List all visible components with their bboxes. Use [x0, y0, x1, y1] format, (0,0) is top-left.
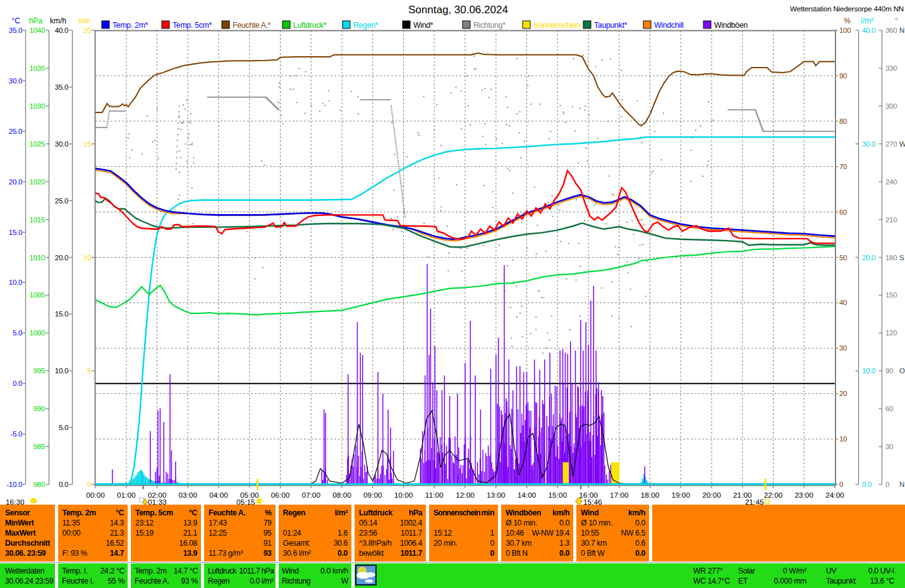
svg-text:Richtung*: Richtung* — [473, 21, 506, 30]
svg-text:90: 90 — [885, 367, 893, 375]
svg-text:10.0: 10.0 — [9, 279, 22, 286]
svg-text:20.0: 20.0 — [862, 254, 875, 261]
svg-text:12:00: 12:00 — [456, 491, 475, 500]
svg-text:30.0: 30.0 — [55, 140, 68, 148]
svg-text:23:00: 23:00 — [794, 491, 813, 500]
svg-text:1000: 1000 — [30, 329, 45, 337]
svg-text:24:00: 24:00 — [825, 491, 844, 500]
svg-text:20:00: 20:00 — [702, 491, 721, 500]
svg-text:1035: 1035 — [30, 64, 45, 72]
svg-text:70: 70 — [839, 163, 847, 171]
svg-text:10.0: 10.0 — [55, 367, 68, 375]
svg-text:17:00: 17:00 — [610, 491, 629, 500]
svg-text:10.0: 10.0 — [862, 367, 875, 375]
svg-text:18:00: 18:00 — [641, 491, 660, 500]
svg-text:330: 330 — [885, 64, 897, 72]
svg-text:13:00: 13:00 — [487, 491, 506, 500]
svg-text:min: min — [78, 16, 90, 25]
svg-text:%: % — [844, 16, 851, 25]
svg-text:30: 30 — [885, 443, 893, 450]
svg-text:0.0: 0.0 — [59, 481, 68, 488]
svg-text:210: 210 — [885, 216, 897, 224]
svg-text:20: 20 — [839, 390, 847, 397]
svg-text:hPa: hPa — [29, 16, 43, 25]
svg-text:1020: 1020 — [30, 178, 45, 186]
svg-text:980: 980 — [33, 481, 45, 488]
svg-text:Windchill: Windchill — [654, 21, 684, 30]
svg-text:03:00: 03:00 — [178, 491, 197, 500]
svg-text:90: 90 — [839, 72, 847, 80]
svg-text:120: 120 — [885, 329, 897, 337]
svg-text:Luftdruck*: Luftdruck* — [293, 21, 327, 30]
svg-text:Feuchte A.*: Feuchte A.* — [233, 21, 271, 30]
svg-text:S: S — [899, 254, 904, 261]
svg-text:Temp. 2m*: Temp. 2m* — [112, 21, 149, 30]
svg-text:0.0: 0.0 — [13, 380, 22, 387]
svg-text:19:00: 19:00 — [671, 491, 690, 500]
svg-text:5.0: 5.0 — [59, 424, 68, 431]
svg-text:270: 270 — [885, 140, 897, 148]
svg-text:5: 5 — [87, 367, 91, 375]
svg-text:25.0: 25.0 — [9, 128, 22, 135]
svg-text:990: 990 — [33, 405, 45, 412]
svg-text:22:00: 22:00 — [764, 491, 783, 500]
svg-text:00:00: 00:00 — [86, 491, 105, 500]
svg-text:50: 50 — [839, 254, 847, 261]
svg-text:20: 20 — [83, 27, 91, 34]
svg-text:1005: 1005 — [30, 291, 45, 299]
svg-text:08:00: 08:00 — [332, 491, 351, 500]
svg-text:995: 995 — [33, 367, 45, 375]
svg-text:0: 0 — [839, 481, 843, 488]
svg-text:Wind*: Wind* — [413, 21, 434, 30]
svg-text:-5.0: -5.0 — [10, 430, 22, 438]
svg-text:09:00: 09:00 — [363, 491, 382, 500]
svg-text:80: 80 — [839, 117, 847, 125]
svg-text:1030: 1030 — [30, 102, 45, 110]
svg-text:300: 300 — [885, 102, 897, 110]
svg-text:°C: °C — [12, 16, 21, 25]
svg-text:100: 100 — [839, 27, 851, 34]
svg-text:km/h: km/h — [50, 16, 66, 25]
svg-text:Taupunkt*: Taupunkt* — [594, 21, 628, 30]
svg-text:30.0: 30.0 — [862, 140, 875, 148]
svg-text:15.0: 15.0 — [9, 229, 22, 236]
svg-text:20.0: 20.0 — [55, 254, 68, 261]
svg-text:35.0: 35.0 — [55, 83, 68, 91]
svg-text:40.0: 40.0 — [862, 27, 875, 34]
svg-text:N: N — [899, 481, 904, 488]
svg-text:360: 360 — [885, 27, 897, 34]
svg-text:11:00: 11:00 — [425, 491, 444, 500]
svg-text:10: 10 — [839, 435, 847, 443]
svg-text:1010: 1010 — [30, 254, 45, 261]
svg-text:5.0: 5.0 — [13, 329, 22, 337]
svg-text:150: 150 — [885, 291, 897, 299]
svg-text:l/m²: l/m² — [861, 16, 873, 25]
svg-text:0: 0 — [87, 481, 91, 488]
svg-text:10: 10 — [83, 254, 91, 261]
svg-text:240: 240 — [885, 178, 897, 186]
svg-text:30.0: 30.0 — [9, 77, 22, 85]
svg-text:Temp. 5cm*: Temp. 5cm* — [173, 21, 212, 30]
svg-text:W: W — [899, 140, 905, 148]
svg-text:°: ° — [895, 16, 898, 25]
svg-text:60: 60 — [839, 208, 847, 216]
svg-text:1040: 1040 — [30, 27, 45, 34]
svg-text:25.0: 25.0 — [55, 197, 68, 205]
svg-text:15.0: 15.0 — [55, 310, 68, 318]
svg-text:0: 0 — [885, 481, 889, 488]
svg-text:Sonnenschein: Sonnenschein — [533, 21, 581, 30]
svg-text:180: 180 — [885, 254, 897, 261]
svg-text:N: N — [899, 27, 904, 34]
svg-text:Regen*: Regen* — [353, 21, 379, 30]
svg-text:985: 985 — [33, 443, 45, 450]
svg-text:0.0: 0.0 — [862, 481, 872, 488]
svg-text:Windböen: Windböen — [714, 21, 748, 30]
svg-text:10:00: 10:00 — [394, 491, 413, 500]
svg-text:O: O — [899, 367, 905, 375]
svg-text:15: 15 — [83, 140, 91, 148]
svg-text:30: 30 — [839, 344, 847, 352]
svg-text:Sonntag, 30.06.2024: Sonntag, 30.06.2024 — [408, 4, 508, 16]
svg-text:60: 60 — [885, 405, 893, 412]
svg-text:20.0: 20.0 — [9, 178, 22, 186]
svg-text:14:00: 14:00 — [518, 491, 537, 500]
